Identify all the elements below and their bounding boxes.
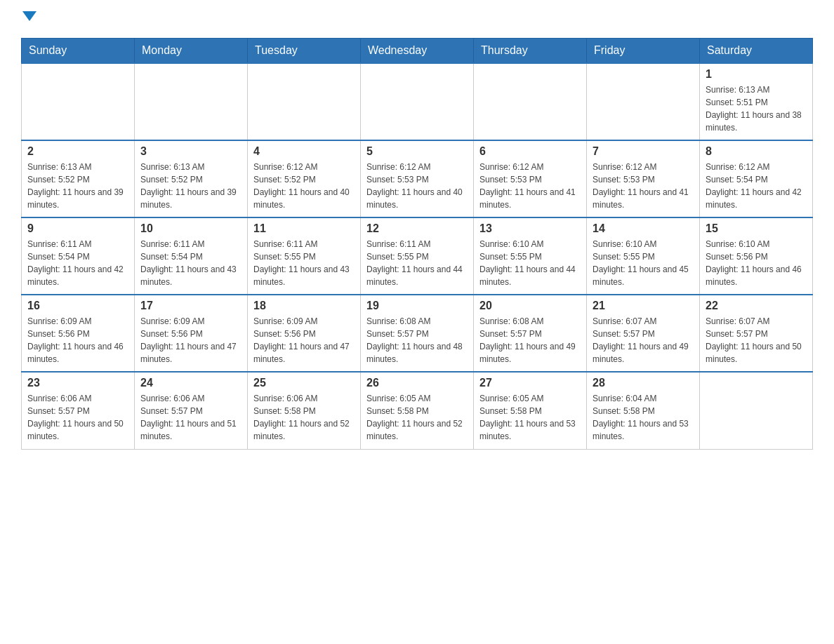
week-row-3: 9Sunrise: 6:11 AM Sunset: 5:54 PM Daylig… [22, 217, 813, 295]
day-number: 26 [366, 377, 468, 389]
day-info: Sunrise: 6:06 AM Sunset: 5:57 PM Dayligh… [140, 392, 241, 443]
day-cell [361, 63, 474, 140]
day-number: 7 [593, 145, 694, 158]
day-cell: 18Sunrise: 6:09 AM Sunset: 5:56 PM Dayli… [248, 295, 361, 372]
day-cell: 21Sunrise: 6:07 AM Sunset: 5:57 PM Dayli… [587, 295, 700, 372]
day-info: Sunrise: 6:05 AM Sunset: 5:58 PM Dayligh… [479, 392, 581, 443]
day-cell: 27Sunrise: 6:05 AM Sunset: 5:58 PM Dayli… [474, 372, 587, 449]
header [21, 14, 813, 24]
day-info: Sunrise: 6:06 AM Sunset: 5:57 PM Dayligh… [27, 392, 128, 443]
day-number: 25 [253, 377, 355, 389]
day-number: 23 [27, 377, 128, 389]
day-number: 10 [140, 222, 241, 235]
day-number: 5 [366, 145, 468, 158]
day-cell: 10Sunrise: 6:11 AM Sunset: 5:54 PM Dayli… [135, 217, 248, 295]
day-info: Sunrise: 6:08 AM Sunset: 5:57 PM Dayligh… [479, 315, 581, 365]
day-number: 17 [140, 300, 241, 312]
weekday-header-monday: Monday [135, 39, 248, 64]
day-number: 6 [479, 145, 581, 158]
logo-arrow-icon [22, 11, 37, 21]
day-info: Sunrise: 6:04 AM Sunset: 5:58 PM Dayligh… [593, 392, 694, 443]
day-info: Sunrise: 6:10 AM Sunset: 5:56 PM Dayligh… [706, 238, 807, 288]
day-cell [474, 63, 587, 140]
week-row-1: 1Sunrise: 6:13 AM Sunset: 5:51 PM Daylig… [22, 63, 813, 140]
day-cell: 23Sunrise: 6:06 AM Sunset: 5:57 PM Dayli… [22, 372, 135, 449]
day-info: Sunrise: 6:05 AM Sunset: 5:58 PM Dayligh… [366, 392, 468, 443]
day-number: 27 [479, 377, 581, 389]
day-info: Sunrise: 6:09 AM Sunset: 5:56 PM Dayligh… [140, 315, 241, 365]
day-info: Sunrise: 6:13 AM Sunset: 5:52 PM Dayligh… [140, 161, 241, 211]
day-number: 1 [706, 68, 807, 81]
day-info: Sunrise: 6:10 AM Sunset: 5:55 PM Dayligh… [479, 238, 581, 288]
logo [21, 14, 37, 24]
day-info: Sunrise: 6:12 AM Sunset: 5:53 PM Dayligh… [366, 161, 468, 211]
day-cell: 2Sunrise: 6:13 AM Sunset: 5:52 PM Daylig… [22, 140, 135, 217]
day-number: 8 [706, 145, 807, 158]
day-info: Sunrise: 6:08 AM Sunset: 5:57 PM Dayligh… [366, 315, 468, 365]
day-cell [248, 63, 361, 140]
week-row-5: 23Sunrise: 6:06 AM Sunset: 5:57 PM Dayli… [22, 372, 813, 449]
day-number: 2 [27, 145, 128, 158]
day-number: 24 [140, 377, 241, 389]
day-info: Sunrise: 6:13 AM Sunset: 5:51 PM Dayligh… [706, 83, 807, 134]
day-cell: 15Sunrise: 6:10 AM Sunset: 5:56 PM Dayli… [700, 217, 813, 295]
day-info: Sunrise: 6:09 AM Sunset: 5:56 PM Dayligh… [253, 315, 355, 365]
day-info: Sunrise: 6:11 AM Sunset: 5:55 PM Dayligh… [366, 238, 468, 288]
day-info: Sunrise: 6:11 AM Sunset: 5:54 PM Dayligh… [27, 238, 128, 288]
day-cell: 19Sunrise: 6:08 AM Sunset: 5:57 PM Dayli… [361, 295, 474, 372]
weekday-header-sunday: Sunday [22, 39, 135, 64]
day-cell [22, 63, 135, 140]
day-number: 11 [253, 222, 355, 235]
day-cell: 1Sunrise: 6:13 AM Sunset: 5:51 PM Daylig… [700, 63, 813, 140]
day-number: 13 [479, 222, 581, 235]
day-number: 16 [27, 300, 128, 312]
week-row-2: 2Sunrise: 6:13 AM Sunset: 5:52 PM Daylig… [22, 140, 813, 217]
day-cell: 7Sunrise: 6:12 AM Sunset: 5:53 PM Daylig… [587, 140, 700, 217]
day-cell: 3Sunrise: 6:13 AM Sunset: 5:52 PM Daylig… [135, 140, 248, 217]
day-number: 4 [253, 145, 355, 158]
day-info: Sunrise: 6:12 AM Sunset: 5:53 PM Dayligh… [479, 161, 581, 211]
day-cell: 13Sunrise: 6:10 AM Sunset: 5:55 PM Dayli… [474, 217, 587, 295]
day-info: Sunrise: 6:11 AM Sunset: 5:54 PM Dayligh… [140, 238, 241, 288]
day-number: 15 [706, 222, 807, 235]
day-cell: 5Sunrise: 6:12 AM Sunset: 5:53 PM Daylig… [361, 140, 474, 217]
weekday-header-thursday: Thursday [474, 39, 587, 64]
day-cell [135, 63, 248, 140]
day-cell: 14Sunrise: 6:10 AM Sunset: 5:55 PM Dayli… [587, 217, 700, 295]
day-cell: 24Sunrise: 6:06 AM Sunset: 5:57 PM Dayli… [135, 372, 248, 449]
day-cell: 25Sunrise: 6:06 AM Sunset: 5:58 PM Dayli… [248, 372, 361, 449]
day-cell: 22Sunrise: 6:07 AM Sunset: 5:57 PM Dayli… [700, 295, 813, 372]
day-number: 18 [253, 300, 355, 312]
day-info: Sunrise: 6:13 AM Sunset: 5:52 PM Dayligh… [27, 161, 128, 211]
day-cell: 9Sunrise: 6:11 AM Sunset: 5:54 PM Daylig… [22, 217, 135, 295]
day-number: 28 [593, 377, 694, 389]
day-number: 12 [366, 222, 468, 235]
day-cell: 11Sunrise: 6:11 AM Sunset: 5:55 PM Dayli… [248, 217, 361, 295]
day-info: Sunrise: 6:09 AM Sunset: 5:56 PM Dayligh… [27, 315, 128, 365]
day-info: Sunrise: 6:12 AM Sunset: 5:54 PM Dayligh… [706, 161, 807, 211]
weekday-header-tuesday: Tuesday [248, 39, 361, 64]
day-info: Sunrise: 6:10 AM Sunset: 5:55 PM Dayligh… [593, 238, 694, 288]
day-cell: 8Sunrise: 6:12 AM Sunset: 5:54 PM Daylig… [700, 140, 813, 217]
day-number: 19 [366, 300, 468, 312]
day-cell [587, 63, 700, 140]
day-info: Sunrise: 6:07 AM Sunset: 5:57 PM Dayligh… [593, 315, 694, 365]
day-cell: 20Sunrise: 6:08 AM Sunset: 5:57 PM Dayli… [474, 295, 587, 372]
day-info: Sunrise: 6:12 AM Sunset: 5:53 PM Dayligh… [593, 161, 694, 211]
day-number: 21 [593, 300, 694, 312]
weekday-header-row: SundayMondayTuesdayWednesdayThursdayFrid… [22, 39, 813, 64]
day-info: Sunrise: 6:07 AM Sunset: 5:57 PM Dayligh… [706, 315, 807, 365]
weekday-header-wednesday: Wednesday [361, 39, 474, 64]
day-number: 3 [140, 145, 241, 158]
day-cell: 26Sunrise: 6:05 AM Sunset: 5:58 PM Dayli… [361, 372, 474, 449]
calendar-table: SundayMondayTuesdayWednesdayThursdayFrid… [21, 38, 813, 450]
day-info: Sunrise: 6:12 AM Sunset: 5:52 PM Dayligh… [253, 161, 355, 211]
day-cell: 28Sunrise: 6:04 AM Sunset: 5:58 PM Dayli… [587, 372, 700, 449]
day-info: Sunrise: 6:11 AM Sunset: 5:55 PM Dayligh… [253, 238, 355, 288]
day-number: 9 [27, 222, 128, 235]
day-cell: 6Sunrise: 6:12 AM Sunset: 5:53 PM Daylig… [474, 140, 587, 217]
day-cell: 4Sunrise: 6:12 AM Sunset: 5:52 PM Daylig… [248, 140, 361, 217]
day-cell [700, 372, 813, 449]
day-cell: 16Sunrise: 6:09 AM Sunset: 5:56 PM Dayli… [22, 295, 135, 372]
day-cell: 17Sunrise: 6:09 AM Sunset: 5:56 PM Dayli… [135, 295, 248, 372]
